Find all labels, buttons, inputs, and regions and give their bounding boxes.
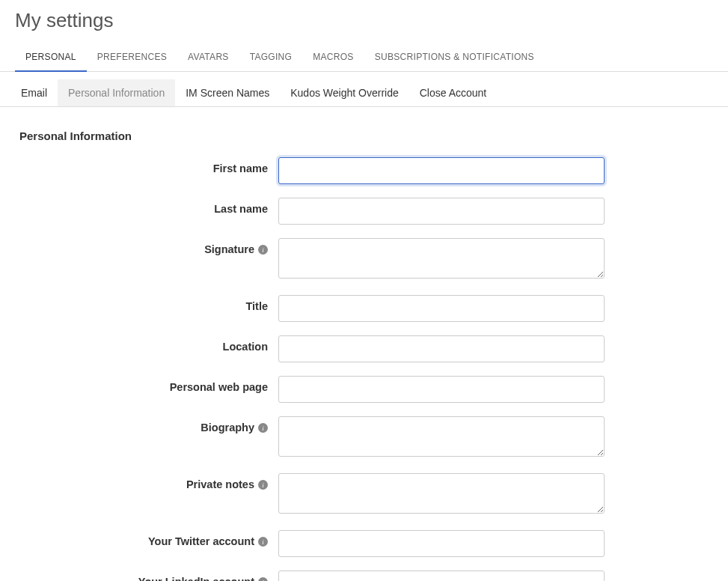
webpage-label: Personal web page bbox=[170, 381, 268, 393]
sub-tabs: Email Personal Information IM Screen Nam… bbox=[0, 79, 728, 107]
subtab-close-account[interactable]: Close Account bbox=[409, 79, 498, 106]
location-input[interactable] bbox=[278, 335, 605, 362]
subtab-email[interactable]: Email bbox=[10, 79, 58, 106]
linkedin-input[interactable] bbox=[278, 571, 605, 581]
info-icon[interactable]: i bbox=[258, 423, 268, 433]
tab-macros[interactable]: MACROS bbox=[302, 44, 364, 71]
twitter-label: Your Twitter account bbox=[148, 535, 254, 547]
private-notes-label: Private notes bbox=[186, 478, 254, 490]
signature-label: Signature bbox=[204, 243, 254, 255]
location-label: Location bbox=[223, 341, 268, 353]
tab-tagging[interactable]: TAGGING bbox=[239, 44, 303, 71]
twitter-input[interactable] bbox=[278, 530, 605, 557]
subtab-personal-information[interactable]: Personal Information bbox=[58, 79, 175, 106]
tab-personal[interactable]: PERSONAL bbox=[15, 44, 87, 71]
linkedin-label: Your LinkedIn account bbox=[138, 576, 254, 581]
page-title: My settings bbox=[0, 0, 728, 44]
tab-preferences[interactable]: PREFERENCES bbox=[87, 44, 177, 71]
info-icon[interactable]: i bbox=[258, 537, 268, 547]
subtab-kudos-weight-override[interactable]: Kudos Weight Override bbox=[280, 79, 409, 106]
first-name-input[interactable] bbox=[278, 157, 605, 184]
title-label: Title bbox=[245, 300, 268, 312]
title-input[interactable] bbox=[278, 295, 605, 322]
webpage-input[interactable] bbox=[278, 376, 605, 403]
tab-subscriptions[interactable]: SUBSCRIPTIONS & NOTIFICATIONS bbox=[364, 44, 545, 71]
biography-label: Biography bbox=[201, 422, 254, 434]
info-icon[interactable]: i bbox=[258, 480, 268, 490]
first-name-label: First name bbox=[213, 162, 268, 174]
signature-input[interactable] bbox=[278, 238, 605, 279]
biography-input[interactable] bbox=[278, 416, 605, 457]
last-name-label: Last name bbox=[214, 203, 268, 215]
main-tabs: PERSONAL PREFERENCES AVATARS TAGGING MAC… bbox=[0, 44, 728, 72]
section-title: Personal Information bbox=[19, 130, 713, 142]
info-icon[interactable]: i bbox=[258, 245, 268, 255]
tab-avatars[interactable]: AVATARS bbox=[177, 44, 239, 71]
subtab-im-screen-names[interactable]: IM Screen Names bbox=[175, 79, 280, 106]
info-icon[interactable]: i bbox=[258, 577, 268, 582]
last-name-input[interactable] bbox=[278, 198, 605, 225]
private-notes-input[interactable] bbox=[278, 473, 605, 514]
